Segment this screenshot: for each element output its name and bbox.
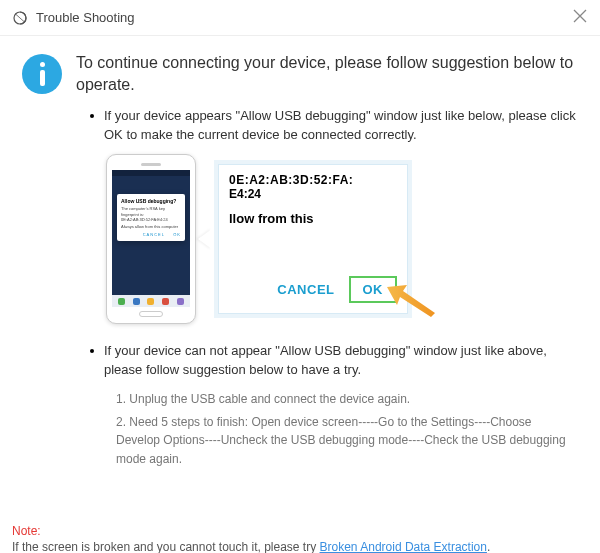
arrow-icon — [385, 279, 437, 317]
info-icon — [22, 54, 62, 94]
phone-dialog: Allow USB debugging? The computer's RSA … — [117, 194, 185, 241]
bullet1-text: If your device appears "Allow USB debugg… — [104, 107, 578, 145]
close-button[interactable] — [572, 8, 588, 27]
zoom-allow-text: llow from this — [229, 211, 397, 228]
phone-dialog-check: Always allow from this computer — [121, 224, 181, 229]
zoom-dialog: 0E:A2:AB:3D:52:FA: E4:24 llow from this … — [218, 164, 408, 314]
phone-ok: OK — [173, 232, 181, 237]
step-2: 2. Need 5 steps to finish: Open device s… — [116, 413, 578, 469]
content: To continue connecting your device, plea… — [0, 36, 600, 497]
bullet2-text: If your device can not appear "Allow USB… — [104, 342, 578, 380]
broken-android-link[interactable]: Broken Android Data Extraction — [320, 540, 487, 553]
step-1: 1. Unplug the USB cable and connect the … — [116, 390, 578, 409]
window-title: Trouble Shooting — [36, 10, 572, 25]
mockup-row: Allow USB debugging? The computer's RSA … — [106, 154, 578, 324]
note-tail: . — [487, 540, 490, 553]
phone-mockup: Allow USB debugging? The computer's RSA … — [106, 154, 196, 324]
steps-list: 1. Unplug the USB cable and connect the … — [116, 390, 578, 468]
app-icon — [12, 10, 28, 26]
zoom-fingerprint-line2: E4:24 — [229, 187, 397, 201]
zoom-fingerprint-line1: 0E:A2:AB:3D:52:FA: — [229, 173, 397, 187]
callout-pointer — [198, 229, 212, 249]
note-label: Note: — [12, 524, 41, 538]
section-2: If your device can not appear "Allow USB… — [90, 342, 578, 468]
titlebar: Trouble Shooting — [0, 0, 600, 36]
bullet-dot — [90, 114, 94, 118]
phone-dialog-title: Allow USB debugging? — [121, 198, 181, 204]
phone-cancel: CANCEL — [143, 232, 165, 237]
footer-note: Note: If the screen is broken and you ca… — [12, 523, 588, 553]
heading-text: To continue connecting your device, plea… — [76, 52, 578, 97]
bullet-dot — [90, 349, 94, 353]
note-text: If the screen is broken and you cannot t… — [12, 540, 320, 553]
zoom-cancel-button: CANCEL — [277, 282, 334, 297]
heading-row: To continue connecting your device, plea… — [22, 52, 578, 97]
phone-dialog-body: The computer's RSA key fingerprint is: 0… — [121, 206, 181, 222]
section-1: If your device appears "Allow USB debugg… — [90, 107, 578, 325]
